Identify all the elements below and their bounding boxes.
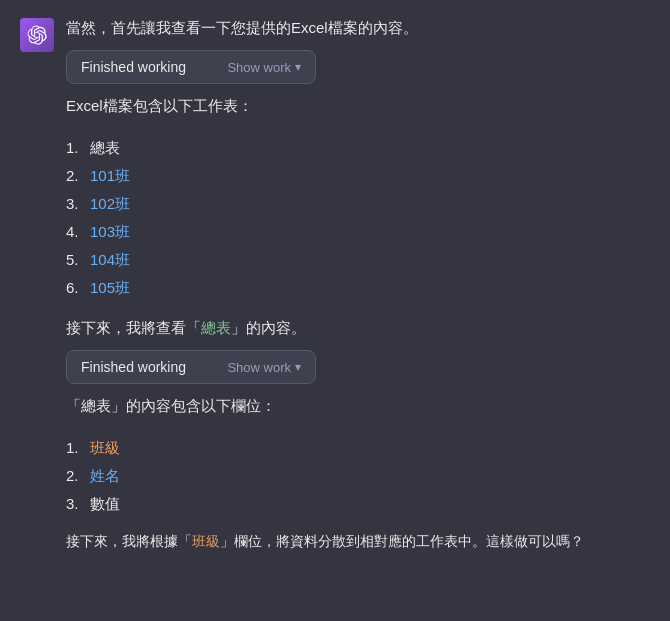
- show-work-button-1[interactable]: Show work ▾: [227, 60, 301, 75]
- section-2-title: 「總表」的內容包含以下欄位：: [66, 394, 650, 418]
- bottom-text-post: 」欄位，將資料分散到相對應的工作表中。這樣做可以嗎？: [220, 533, 584, 549]
- bottom-text-pre: 接下來，我將根據「: [66, 533, 192, 549]
- list-item-text: 總表: [90, 136, 120, 160]
- next-text-pre-1: 接下來，我將查看「: [66, 319, 201, 336]
- list-item-text: 班級: [90, 436, 120, 460]
- chevron-down-icon-1: ▾: [295, 60, 301, 74]
- list-item-text: 104班: [90, 248, 130, 272]
- list-item: 6. 105班: [66, 276, 650, 300]
- show-work-button-2[interactable]: Show work ▾: [227, 360, 301, 375]
- finished-working-label-2: Finished working: [81, 359, 227, 375]
- bottom-text: 接下來，我將根據「班級」欄位，將資料分散到相對應的工作表中。這樣做可以嗎？: [66, 530, 650, 554]
- list-item: 2. 101班: [66, 164, 650, 188]
- next-text-post-1: 」的內容。: [231, 319, 306, 336]
- list-1: 1. 總表 2. 101班 3. 102班 4. 103班 5. 104班: [66, 136, 650, 300]
- list-item-text: 103班: [90, 220, 130, 244]
- list-item: 3. 數值: [66, 492, 650, 516]
- bottom-text-highlight: 班級: [192, 533, 220, 549]
- intro-text: 當然，首先讓我查看一下您提供的Excel檔案的內容。: [66, 16, 650, 40]
- show-work-text-1: Show work: [227, 60, 291, 75]
- list-item-text: 姓名: [90, 464, 120, 488]
- list-2: 1. 班級 2. 姓名 3. 數值: [66, 436, 650, 516]
- list-item-text: 105班: [90, 276, 130, 300]
- section-1-title: Excel檔案包含以下工作表：: [66, 94, 650, 118]
- show-work-text-2: Show work: [227, 360, 291, 375]
- list-item: 1. 總表: [66, 136, 650, 160]
- chat-container: 當然，首先讓我查看一下您提供的Excel檔案的內容。 Finished work…: [0, 0, 670, 580]
- list-item-text: 101班: [90, 164, 130, 188]
- assistant-avatar: [20, 18, 54, 52]
- list-item: 4. 103班: [66, 220, 650, 244]
- openai-icon: [27, 25, 47, 45]
- message-block-main: 當然，首先讓我查看一下您提供的Excel檔案的內容。 Finished work…: [20, 16, 650, 554]
- list-item: 2. 姓名: [66, 464, 650, 488]
- next-text-1: 接下來，我將查看「總表」的內容。: [66, 316, 650, 340]
- chevron-down-icon-2: ▾: [295, 360, 301, 374]
- finished-working-box-2[interactable]: Finished working Show work ▾: [66, 350, 316, 384]
- list-item-text: 102班: [90, 192, 130, 216]
- list-item-text: 數值: [90, 492, 120, 516]
- list-item: 3. 102班: [66, 192, 650, 216]
- finished-working-box-1[interactable]: Finished working Show work ▾: [66, 50, 316, 84]
- list-item: 1. 班級: [66, 436, 650, 460]
- finished-working-label-1: Finished working: [81, 59, 227, 75]
- list-item: 5. 104班: [66, 248, 650, 272]
- next-text-highlight-1: 總表: [201, 319, 231, 336]
- message-content: 當然，首先讓我查看一下您提供的Excel檔案的內容。 Finished work…: [66, 16, 650, 554]
